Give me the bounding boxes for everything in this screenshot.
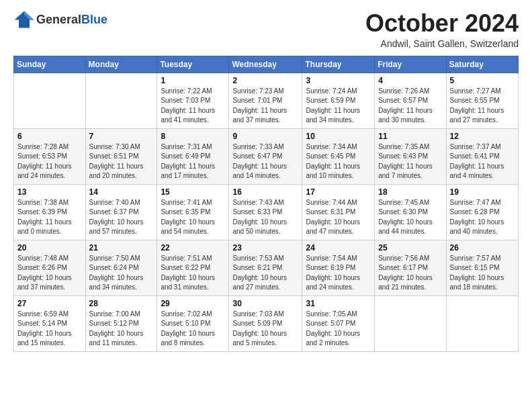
calendar-cell: 14Sunrise: 7:40 AMSunset: 6:37 PMDayligh… — [85, 184, 157, 240]
day-info: Sunrise: 7:34 AMSunset: 6:45 PMDaylight:… — [306, 142, 371, 181]
day-number: 10 — [306, 132, 371, 141]
day-number: 28 — [89, 299, 154, 308]
calendar-cell: 17Sunrise: 7:44 AMSunset: 6:31 PMDayligh… — [302, 184, 375, 240]
day-info: Sunrise: 7:05 AMSunset: 5:07 PMDaylight:… — [306, 310, 371, 349]
day-number: 19 — [450, 187, 515, 197]
title-block: October 2024 Andwil, Saint Gallen, Switz… — [365, 10, 519, 49]
calendar-cell: 8Sunrise: 7:31 AMSunset: 6:49 PMDaylight… — [157, 128, 229, 184]
day-number: 25 — [378, 243, 442, 253]
day-info: Sunrise: 7:54 AMSunset: 6:19 PMDaylight:… — [306, 254, 371, 293]
day-info: Sunrise: 7:33 AMSunset: 6:47 PMDaylight:… — [232, 142, 298, 181]
day-info: Sunrise: 7:00 AMSunset: 5:12 PMDaylight:… — [89, 310, 154, 349]
col-monday: Monday — [85, 56, 157, 73]
day-number: 17 — [306, 187, 371, 197]
day-info: Sunrise: 7:57 AMSunset: 6:15 PMDaylight:… — [450, 254, 515, 293]
logo-icon — [13, 10, 35, 29]
calendar-week-row-3: 13Sunrise: 7:38 AMSunset: 6:39 PMDayligh… — [14, 184, 519, 240]
calendar-cell: 28Sunrise: 7:00 AMSunset: 5:12 PMDayligh… — [85, 295, 157, 351]
day-number: 11 — [378, 132, 442, 141]
day-number: 27 — [17, 299, 82, 308]
day-info: Sunrise: 7:24 AMSunset: 6:59 PMDaylight:… — [306, 87, 371, 126]
calendar-cell — [375, 295, 446, 351]
col-tuesday: Tuesday — [157, 56, 229, 73]
calendar-cell: 29Sunrise: 7:02 AMSunset: 5:10 PMDayligh… — [157, 295, 229, 351]
calendar-cell: 31Sunrise: 7:05 AMSunset: 5:07 PMDayligh… — [302, 295, 375, 351]
day-number: 13 — [17, 187, 82, 197]
day-number: 15 — [161, 187, 225, 197]
page: GeneralBlue October 2024 Andwil, Saint G… — [0, 0, 532, 411]
header: GeneralBlue October 2024 Andwil, Saint G… — [13, 10, 519, 49]
day-number: 16 — [232, 187, 298, 197]
calendar-cell: 15Sunrise: 7:41 AMSunset: 6:35 PMDayligh… — [157, 184, 229, 240]
calendar-cell — [14, 73, 86, 128]
day-number: 31 — [306, 299, 371, 308]
calendar-cell: 1Sunrise: 7:22 AMSunset: 7:03 PMDaylight… — [157, 73, 229, 128]
calendar-cell: 27Sunrise: 6:59 AMSunset: 5:14 PMDayligh… — [14, 295, 86, 351]
calendar-table: Sunday Monday Tuesday Wednesday Thursday… — [13, 56, 519, 352]
logo: GeneralBlue — [13, 10, 107, 29]
location: Andwil, Saint Gallen, Switzerland — [365, 38, 519, 49]
calendar-cell: 24Sunrise: 7:54 AMSunset: 6:19 PMDayligh… — [302, 240, 375, 295]
calendar-cell: 20Sunrise: 7:48 AMSunset: 6:26 PMDayligh… — [14, 240, 86, 295]
day-number: 1 — [161, 76, 225, 85]
day-info: Sunrise: 7:40 AMSunset: 6:37 PMDaylight:… — [89, 198, 154, 237]
calendar-cell — [85, 73, 157, 128]
calendar-week-row-5: 27Sunrise: 6:59 AMSunset: 5:14 PMDayligh… — [14, 295, 519, 351]
day-info: Sunrise: 7:38 AMSunset: 6:39 PMDaylight:… — [17, 198, 82, 237]
calendar-cell: 25Sunrise: 7:56 AMSunset: 6:17 PMDayligh… — [375, 240, 446, 295]
calendar-cell: 19Sunrise: 7:47 AMSunset: 6:28 PMDayligh… — [446, 184, 518, 240]
day-info: Sunrise: 7:27 AMSunset: 6:55 PMDaylight:… — [450, 87, 515, 126]
calendar-week-row-4: 20Sunrise: 7:48 AMSunset: 6:26 PMDayligh… — [14, 240, 519, 295]
day-info: Sunrise: 7:37 AMSunset: 6:41 PMDaylight:… — [450, 142, 515, 181]
calendar-cell: 13Sunrise: 7:38 AMSunset: 6:39 PMDayligh… — [14, 184, 86, 240]
day-number: 3 — [306, 76, 371, 85]
day-info: Sunrise: 7:22 AMSunset: 7:03 PMDaylight:… — [161, 87, 225, 126]
calendar-cell: 16Sunrise: 7:43 AMSunset: 6:33 PMDayligh… — [229, 184, 302, 240]
calendar-cell: 4Sunrise: 7:26 AMSunset: 6:57 PMDaylight… — [375, 73, 446, 128]
calendar-cell: 2Sunrise: 7:23 AMSunset: 7:01 PMDaylight… — [229, 73, 302, 128]
day-number: 20 — [17, 243, 82, 253]
day-info: Sunrise: 7:02 AMSunset: 5:10 PMDaylight:… — [161, 310, 225, 349]
day-number: 26 — [450, 243, 515, 253]
day-number: 5 — [450, 76, 515, 85]
day-number: 14 — [89, 187, 154, 197]
col-friday: Friday — [375, 56, 446, 73]
calendar-cell: 30Sunrise: 7:03 AMSunset: 5:09 PMDayligh… — [229, 295, 302, 351]
logo-blue-text: Blue — [81, 13, 107, 26]
day-number: 2 — [232, 76, 298, 85]
calendar-cell: 23Sunrise: 7:53 AMSunset: 6:21 PMDayligh… — [229, 240, 302, 295]
day-number: 21 — [89, 243, 154, 253]
calendar-cell: 7Sunrise: 7:30 AMSunset: 6:51 PMDaylight… — [85, 128, 157, 184]
calendar-header-row: Sunday Monday Tuesday Wednesday Thursday… — [14, 56, 519, 73]
calendar-cell: 11Sunrise: 7:35 AMSunset: 6:43 PMDayligh… — [375, 128, 446, 184]
calendar-cell: 9Sunrise: 7:33 AMSunset: 6:47 PMDaylight… — [229, 128, 302, 184]
day-info: Sunrise: 7:44 AMSunset: 6:31 PMDaylight:… — [306, 198, 371, 237]
col-sunday: Sunday — [14, 56, 86, 73]
day-number: 4 — [378, 76, 442, 85]
calendar-cell: 26Sunrise: 7:57 AMSunset: 6:15 PMDayligh… — [446, 240, 518, 295]
calendar-week-row-1: 1Sunrise: 7:22 AMSunset: 7:03 PMDaylight… — [14, 73, 519, 128]
col-wednesday: Wednesday — [229, 56, 302, 73]
day-number: 22 — [161, 243, 225, 253]
calendar-cell: 6Sunrise: 7:28 AMSunset: 6:53 PMDaylight… — [14, 128, 86, 184]
calendar-cell: 18Sunrise: 7:45 AMSunset: 6:30 PMDayligh… — [375, 184, 446, 240]
calendar-cell: 10Sunrise: 7:34 AMSunset: 6:45 PMDayligh… — [302, 128, 375, 184]
day-info: Sunrise: 7:35 AMSunset: 6:43 PMDaylight:… — [378, 142, 442, 181]
day-info: Sunrise: 7:41 AMSunset: 6:35 PMDaylight:… — [161, 198, 225, 237]
day-info: Sunrise: 7:31 AMSunset: 6:49 PMDaylight:… — [161, 142, 225, 181]
calendar-week-row-2: 6Sunrise: 7:28 AMSunset: 6:53 PMDaylight… — [14, 128, 519, 184]
day-number: 9 — [232, 132, 298, 141]
day-info: Sunrise: 7:30 AMSunset: 6:51 PMDaylight:… — [89, 142, 154, 181]
day-number: 8 — [161, 132, 225, 141]
day-info: Sunrise: 7:45 AMSunset: 6:30 PMDaylight:… — [378, 198, 442, 237]
day-info: Sunrise: 7:51 AMSunset: 6:22 PMDaylight:… — [161, 254, 225, 293]
day-info: Sunrise: 7:23 AMSunset: 7:01 PMDaylight:… — [232, 87, 298, 126]
day-number: 24 — [306, 243, 371, 253]
calendar-cell: 22Sunrise: 7:51 AMSunset: 6:22 PMDayligh… — [157, 240, 229, 295]
calendar-cell: 21Sunrise: 7:50 AMSunset: 6:24 PMDayligh… — [85, 240, 157, 295]
day-info: Sunrise: 7:53 AMSunset: 6:21 PMDaylight:… — [232, 254, 298, 293]
day-info: Sunrise: 7:03 AMSunset: 5:09 PMDaylight:… — [232, 310, 298, 349]
day-number: 29 — [161, 299, 225, 308]
day-number: 30 — [232, 299, 298, 308]
day-info: Sunrise: 7:48 AMSunset: 6:26 PMDaylight:… — [17, 254, 82, 293]
